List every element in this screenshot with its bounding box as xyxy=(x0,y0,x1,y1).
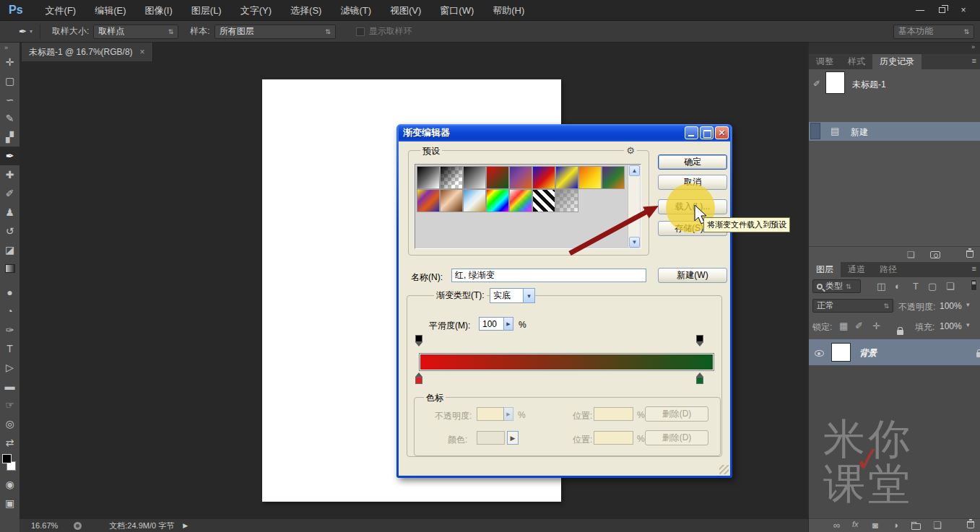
menu-layer[interactable]: 图层(L) xyxy=(182,0,231,21)
tab-channels[interactable]: 通道 xyxy=(841,262,872,277)
swap-colors[interactable]: ⇄ xyxy=(0,433,19,452)
quick-selection-tool[interactable]: ✎ xyxy=(0,109,19,128)
gradient-tool[interactable] xyxy=(0,264,19,283)
filter-smart-object-icon[interactable]: ❏ xyxy=(946,281,955,292)
add-layer-mask-icon[interactable]: ◙ xyxy=(872,520,878,531)
new-group-icon[interactable] xyxy=(911,523,921,530)
preset-swatch-transparent-rainbow[interactable] xyxy=(509,189,532,212)
history-state-source-well[interactable] xyxy=(810,123,820,139)
workspace-select[interactable]: 基本功能 ⇅ xyxy=(893,25,974,39)
gradient-preview-bar[interactable] xyxy=(419,353,714,371)
restore-button[interactable] xyxy=(931,3,953,17)
layer-row-background[interactable]: 背景 xyxy=(809,339,980,365)
gradient-type-select[interactable]: 实底 xyxy=(490,288,524,303)
lock-paint-icon[interactable]: ✐ xyxy=(855,320,863,331)
preset-swatch-yellow-violet-orange-blue[interactable] xyxy=(417,189,440,212)
marquee-tool[interactable]: ▢ xyxy=(0,71,19,90)
preset-swatch-chrome[interactable] xyxy=(463,189,486,212)
brush-tool[interactable]: ✐ xyxy=(0,184,19,203)
cancel-button[interactable]: 取消 xyxy=(658,175,727,190)
filter-toggle[interactable] xyxy=(971,279,977,291)
history-source-icon[interactable]: ✐ xyxy=(813,79,820,89)
new-adjustment-layer-icon[interactable]: ◑ xyxy=(893,520,898,531)
menu-view[interactable]: 视图(V) xyxy=(381,0,430,21)
gear-icon[interactable]: ⚙ xyxy=(624,145,637,156)
opacity-value[interactable]: 100% xyxy=(940,301,962,311)
zoom-tool[interactable]: ◎ xyxy=(0,414,19,433)
delete-state-icon[interactable] xyxy=(966,250,974,258)
dialog-titlebar[interactable]: 渐变编辑器 ✕ xyxy=(399,124,730,141)
preset-swatch-spectrum[interactable] xyxy=(486,189,509,212)
preset-swatch-violet-orange[interactable] xyxy=(509,166,532,189)
dodge-tool[interactable]: ◔ xyxy=(0,302,19,320)
menu-file[interactable]: 文件(F) xyxy=(36,0,86,21)
preset-swatch-blue-red-yellow[interactable] xyxy=(532,166,555,189)
clone-stamp-tool[interactable]: ♟ xyxy=(0,203,19,222)
fill-dropdown-icon[interactable]: ▾ xyxy=(966,321,970,328)
panel-menu-icon[interactable]: ≡ xyxy=(972,54,980,69)
collapse-panels-icon[interactable]: » xyxy=(971,43,975,51)
history-state-row[interactable]: ▤ 新建 xyxy=(809,122,980,141)
scroll-down-icon[interactable]: ▼ xyxy=(629,237,640,248)
layer-visibility-eye-icon[interactable] xyxy=(815,350,824,357)
preset-swatch-fg-to-transparent[interactable] xyxy=(440,166,463,189)
preset-swatch-black-white[interactable] xyxy=(417,166,440,189)
preset-swatch-violet-green-orange[interactable] xyxy=(602,166,625,189)
tab-history[interactable]: 历史记录 xyxy=(872,54,922,69)
menu-image[interactable]: 图像(I) xyxy=(136,0,182,21)
filter-image-icon[interactable]: ◫ xyxy=(877,281,885,292)
preset-swatch-blue-yellow-blue[interactable] xyxy=(555,166,578,189)
preset-swatch-copper[interactable] xyxy=(440,189,463,212)
tab-layers[interactable]: 图层 xyxy=(809,262,841,277)
blur-tool[interactable]: ● xyxy=(0,283,19,302)
scroll-up-icon[interactable]: ▲ xyxy=(629,165,640,176)
menu-filter[interactable]: 滤镜(T) xyxy=(331,0,381,21)
smoothness-input[interactable]: 100 xyxy=(479,317,504,331)
new-snapshot-icon[interactable] xyxy=(930,251,940,258)
preset-swatch-stripes[interactable] xyxy=(532,189,555,212)
preset-swatch-transparent-gray[interactable] xyxy=(555,189,578,212)
quick-mask-button[interactable]: ◉ xyxy=(0,475,19,494)
zoom-level[interactable]: 16.67% xyxy=(31,521,58,530)
dialog-close-button[interactable]: ✕ xyxy=(715,126,729,139)
move-tool[interactable]: ✛ xyxy=(0,53,19,71)
history-snapshot-row[interactable]: ✐ 未标题-1 xyxy=(809,70,980,96)
opacity-stop-right[interactable] xyxy=(695,335,704,346)
filter-type-icon[interactable]: T xyxy=(913,281,919,292)
tab-paths[interactable]: 路径 xyxy=(872,262,904,277)
preset-swatch-black-white-2[interactable] xyxy=(463,166,486,189)
healing-brush-tool[interactable]: ✚ xyxy=(0,165,19,184)
eraser-tool[interactable]: ◪ xyxy=(0,240,19,259)
show-sampling-ring-checkbox[interactable] xyxy=(356,27,365,36)
preset-swatch-orange-yellow[interactable] xyxy=(578,166,602,189)
menu-edit[interactable]: 编辑(E) xyxy=(85,0,135,21)
new-document-from-state-icon[interactable]: ❏ xyxy=(907,250,915,260)
layer-filter-select[interactable]: 类型 ⇅ xyxy=(812,279,861,293)
dialog-maximize-button[interactable] xyxy=(700,126,714,139)
smoothness-spinner-icon[interactable]: ▶ xyxy=(503,317,513,331)
presets-scrollbar[interactable]: ▲ ▼ xyxy=(628,165,640,248)
minimize-button[interactable]: — xyxy=(909,3,931,17)
menu-select[interactable]: 选择(S) xyxy=(281,0,331,21)
tab-close-icon[interactable]: × xyxy=(140,47,145,57)
toolbar-collapse-icon[interactable]: » xyxy=(0,43,19,53)
lasso-tool[interactable]: ∽ xyxy=(0,90,19,109)
color-stop-left[interactable] xyxy=(415,372,423,384)
status-menu-icon[interactable]: ▶ xyxy=(183,522,188,529)
filter-adjustment-icon[interactable]: ◐ xyxy=(895,281,901,292)
eyedropper-tool[interactable]: ✒ xyxy=(0,147,19,165)
layer-thumbnail[interactable] xyxy=(831,343,851,362)
pen-tool[interactable]: ✑ xyxy=(0,320,19,339)
lock-all-icon[interactable] xyxy=(897,330,903,335)
hand-tool[interactable]: ☞ xyxy=(0,396,19,414)
shape-tool[interactable]: ▬ xyxy=(0,377,19,396)
type-tool[interactable]: T xyxy=(0,339,19,358)
panel-menu-icon[interactable]: ≡ xyxy=(972,262,980,277)
sample-size-select[interactable]: 取样点 ⇅ xyxy=(93,25,178,39)
gradient-name-input[interactable] xyxy=(451,269,646,282)
layer-style-fx-icon[interactable]: fx xyxy=(852,520,859,528)
gradient-type-dropdown-icon[interactable]: ▾ xyxy=(523,288,535,303)
ok-button[interactable]: 确定 xyxy=(658,154,727,170)
tab-styles[interactable]: 样式 xyxy=(841,54,872,69)
document-tab[interactable]: 未标题-1 @ 16.7%(RGB/8) × xyxy=(22,43,153,61)
